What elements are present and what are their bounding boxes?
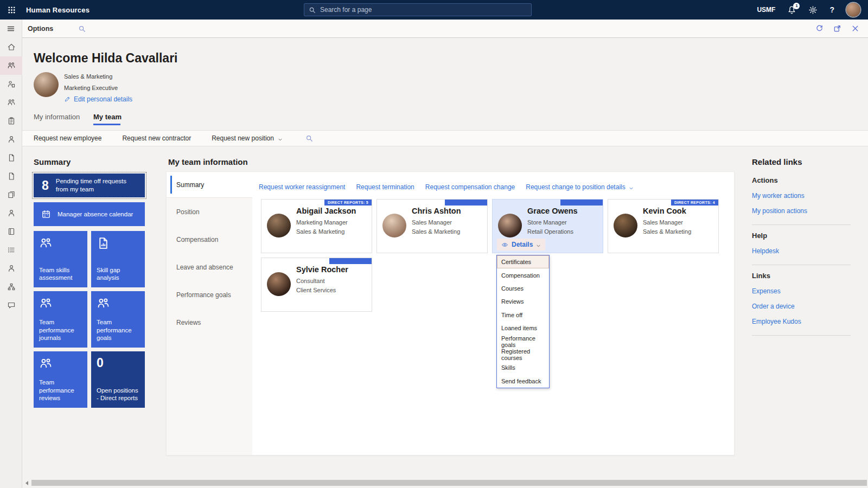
side-tab[interactable]: Reviews xyxy=(167,309,252,336)
profile-job-title: Marketing Executive xyxy=(64,85,118,91)
request-change-position-details-dropdown[interactable]: Request change to position details xyxy=(526,183,633,191)
chevron-down-icon xyxy=(629,185,634,190)
sidenav-item[interactable] xyxy=(0,149,22,167)
summary-tiles: 8 Pending time off requests from my team… xyxy=(34,174,145,408)
related-link[interactable]: Employee Kudos xyxy=(752,318,851,325)
details-dropdown-menu: Certificates Compensation Courses Review… xyxy=(496,255,550,388)
active-tab-underline xyxy=(93,124,120,125)
help-icon[interactable]: ? xyxy=(829,5,834,15)
dropdown-menu-item[interactable]: Certificates xyxy=(497,255,549,268)
sidenav-item[interactable] xyxy=(0,56,22,75)
settings-gear-icon[interactable] xyxy=(808,5,818,15)
side-tab[interactable]: Compensation xyxy=(167,226,252,253)
options-menu[interactable]: Options xyxy=(28,25,53,33)
topbar-right-cluster: USMF 1 ? xyxy=(757,3,868,17)
dropdown-menu-item[interactable]: Courses xyxy=(497,282,549,295)
summary-wide-tile[interactable]: 8 Pending time off requests from my team xyxy=(34,174,145,197)
user-avatar[interactable] xyxy=(846,3,860,17)
dropdown-menu-item[interactable]: Compensation xyxy=(497,268,549,281)
dropdown-menu-item[interactable]: Loaned items xyxy=(497,322,549,335)
notifications-bell-icon[interactable]: 1 xyxy=(787,5,796,15)
app-title: Human Resources xyxy=(26,6,90,14)
action-bar-search-icon[interactable] xyxy=(305,134,313,142)
sidenav-item[interactable] xyxy=(0,130,22,149)
scrollbar-thumb[interactable] xyxy=(31,480,867,486)
side-tab[interactable]: Leave and absence xyxy=(167,253,252,281)
app-launcher-waffle-icon[interactable] xyxy=(0,0,23,20)
request-worker-reassignment-link[interactable]: Request worker reassignment xyxy=(259,183,345,191)
related-links-section: Help Helpdesk xyxy=(752,232,851,265)
employee-card[interactable]: Chris Ashton Sales Manager Sales & Marke… xyxy=(376,199,488,253)
related-link[interactable]: My position actions xyxy=(752,207,851,215)
related-links-section: Links ExpensesOrder a deviceEmployee Kud… xyxy=(752,272,851,336)
employee-card[interactable]: Direct reports: 4 Kevin Cook Sales Manag… xyxy=(608,199,719,253)
related-link[interactable]: My worker actions xyxy=(752,192,851,200)
dropdown-menu-item[interactable]: Registered courses xyxy=(497,348,549,361)
request-new-employee-button[interactable]: Request new employee xyxy=(34,134,101,142)
employee-card[interactable]: Direct reports: 5 Abigail Jackson Market… xyxy=(261,199,372,253)
request-new-position-dropdown[interactable]: Request new position xyxy=(212,134,283,142)
dropdown-menu-item[interactable]: Skills xyxy=(497,361,549,374)
direct-reports-ribbon xyxy=(329,258,372,264)
summary-tile[interactable]: Team performance goals xyxy=(91,291,145,348)
company-selector[interactable]: USMF xyxy=(757,6,775,14)
nav-hamburger-icon[interactable] xyxy=(0,20,22,38)
sidenav-item[interactable] xyxy=(0,185,22,204)
sidenav-item[interactable] xyxy=(0,259,22,278)
sidenav-item[interactable] xyxy=(0,167,22,185)
profile-photo xyxy=(34,72,59,97)
summary-tile[interactable]: Team performance reviews xyxy=(34,351,87,408)
summary-tile[interactable]: Team skills assessment xyxy=(34,231,87,287)
employee-card[interactable]: Sylvie Rocher Consultant Client Services… xyxy=(261,258,372,312)
dropdown-menu-item[interactable]: Reviews xyxy=(497,295,549,308)
sidenav-item[interactable] xyxy=(0,38,22,56)
tile-icon xyxy=(39,357,53,370)
tab-my-information[interactable]: My information xyxy=(34,113,80,121)
pencil-icon xyxy=(64,96,71,102)
request-new-contractor-button[interactable]: Request new contractor xyxy=(122,134,191,142)
left-navigation-rail xyxy=(0,38,22,488)
page-search-box[interactable] xyxy=(304,3,532,16)
employee-avatar xyxy=(614,214,637,237)
calendar-icon xyxy=(41,209,51,219)
dropdown-menu-item[interactable]: Time off xyxy=(497,309,549,322)
sidenav-item[interactable] xyxy=(0,222,22,241)
dropdown-menu-item[interactable]: Performance goals xyxy=(497,335,549,348)
related-link[interactable]: Helpdesk xyxy=(752,247,851,255)
search-input[interactable] xyxy=(319,5,527,14)
side-tab[interactable]: Performance goals xyxy=(167,281,252,309)
side-tab[interactable]: Summary xyxy=(167,172,252,198)
summary-tile[interactable]: 0 Open positions - Direct reports xyxy=(91,351,145,408)
scroll-left-arrow[interactable] xyxy=(25,481,28,485)
request-termination-link[interactable]: Request termination xyxy=(356,183,414,191)
team-panel-heading: My team information xyxy=(168,157,248,166)
sidenav-item[interactable] xyxy=(0,75,22,93)
tile-icon xyxy=(97,297,110,310)
sidenav-item[interactable] xyxy=(0,278,22,296)
open-in-new-window-icon[interactable] xyxy=(833,24,841,33)
details-button[interactable]: Details xyxy=(497,239,545,251)
sidenav-item[interactable] xyxy=(0,296,22,314)
refresh-icon[interactable] xyxy=(815,24,824,33)
summary-wide-tile[interactable]: Manager absence calendar xyxy=(34,202,145,226)
eye-icon xyxy=(501,241,508,248)
app-window: Human Resources USMF 1 ? Options xyxy=(0,0,868,488)
edit-personal-details-link[interactable]: Edit personal details xyxy=(64,95,132,103)
team-panel-links: Request worker reassignment Request term… xyxy=(259,183,634,191)
direct-reports-ribbon xyxy=(445,200,487,206)
summary-tile[interactable]: Team performance journals xyxy=(34,291,87,348)
toolbar-search-icon[interactable] xyxy=(78,25,86,33)
sidenav-item[interactable] xyxy=(0,93,22,112)
sidenav-item[interactable] xyxy=(0,241,22,259)
employee-card[interactable]: Grace Owens Store Manager Retail Operati… xyxy=(492,199,603,253)
related-link[interactable]: Order a device xyxy=(752,303,851,310)
dropdown-menu-item[interactable]: Send feedback xyxy=(497,375,549,388)
sidenav-item[interactable] xyxy=(0,112,22,130)
sidenav-item[interactable] xyxy=(0,204,22,222)
summary-tile[interactable]: Skill gap analysis xyxy=(91,231,145,287)
close-icon[interactable] xyxy=(851,24,859,33)
request-compensation-change-link[interactable]: Request compensation change xyxy=(425,183,515,191)
related-link[interactable]: Expenses xyxy=(752,287,851,295)
tab-my-team[interactable]: My team xyxy=(93,113,122,121)
side-tab[interactable]: Position xyxy=(167,198,252,226)
